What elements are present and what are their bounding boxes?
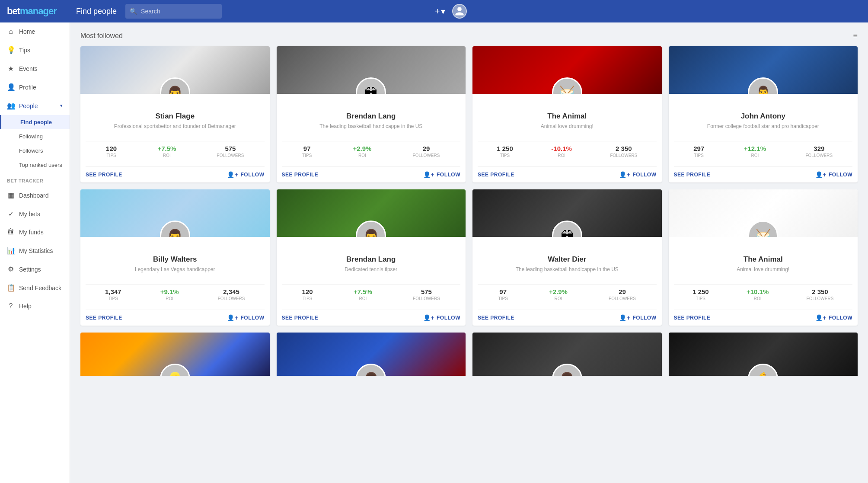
card-banner: 🥁	[669, 189, 858, 237]
avatar-wrap: 💪	[748, 364, 778, 376]
follow-button[interactable]: 👤+ FOLLOW	[815, 314, 852, 321]
see-profile-button[interactable]: SEE PROFILE	[282, 172, 319, 178]
follow-label: FOLLOW	[829, 315, 852, 321]
follow-icon: 👤+	[227, 171, 238, 178]
sidebar-item-my-statistics[interactable]: 📊 My Statistics	[0, 241, 70, 260]
card-avatar: 👱‍♀️	[160, 364, 190, 376]
card-desc: Dedicated tennis tipser	[282, 266, 461, 279]
card-actions: SEE PROFILE 👤+ FOLLOW	[674, 166, 853, 178]
sidebar-item-my-funds[interactable]: 🏛 My funds	[0, 223, 70, 241]
followers-label: FOLLOWERS	[609, 296, 636, 301]
stat-tips: 297 TIPS	[693, 145, 704, 158]
see-profile-button[interactable]: SEE PROFILE	[86, 172, 122, 178]
sidebar-sub-following[interactable]: Following	[0, 129, 70, 144]
user-card: 👨 Brendan Lang Dedicated tennis tipser 1…	[277, 189, 466, 326]
sidebar-item-profile[interactable]: 👤 Profile	[0, 78, 70, 96]
card-banner: 👨	[80, 189, 270, 237]
see-profile-button[interactable]: SEE PROFILE	[282, 315, 319, 321]
user-card: 👨	[277, 333, 466, 376]
sidebar-item-label: Settings	[19, 266, 41, 273]
followers-value: 575	[413, 288, 440, 295]
roi-label: ROI	[160, 296, 179, 301]
card-stats: 1,347 TIPS +9.1% ROI 2,345 FOLLOWERS	[86, 284, 265, 304]
sidebar-sub-top-ranked[interactable]: Top ranked users	[0, 158, 70, 172]
search-input[interactable]	[125, 4, 222, 19]
card-actions: SEE PROFILE 👤+ FOLLOW	[282, 310, 461, 321]
card-actions: SEE PROFILE 👤+ FOLLOW	[478, 310, 657, 321]
cards-row-1: 👨 Stian Flage Professional sportsbettor …	[80, 46, 858, 182]
follow-button[interactable]: 👤+ FOLLOW	[423, 314, 460, 321]
follow-icon: 👤+	[227, 314, 238, 321]
card-name: Billy Walters	[86, 255, 265, 264]
card-banner: 👨	[277, 189, 466, 237]
follow-label: FOLLOW	[437, 315, 460, 321]
sidebar-item-settings[interactable]: ⚙ Settings	[0, 260, 70, 278]
sidebar-item-events[interactable]: ★ Events	[0, 59, 70, 78]
user-card: 👱‍♀️	[80, 333, 270, 376]
see-profile-button[interactable]: SEE PROFILE	[86, 315, 122, 321]
card-stats: 297 TIPS +12.1% ROI 329 FOLLOWERS	[674, 141, 853, 161]
sidebar-item-home[interactable]: ⌂ Home	[0, 22, 70, 41]
sidebar-item-label: My bets	[19, 211, 40, 218]
sidebar-item-label: Help	[19, 303, 32, 310]
card-avatar: 👨	[356, 221, 386, 237]
card-name: Stian Flage	[86, 112, 265, 121]
followers-label: FOLLOWERS	[413, 296, 440, 301]
roi-label: ROI	[747, 296, 769, 301]
follow-button[interactable]: 👤+ FOLLOW	[815, 171, 852, 178]
roi-label: ROI	[354, 296, 372, 301]
logo-manager: manager	[20, 6, 57, 16]
sidebar-sub-find-people[interactable]: Find people	[0, 115, 70, 129]
tips-label: TIPS	[498, 296, 508, 301]
followers-value: 2,345	[218, 288, 245, 295]
stat-roi: +10.1% ROI	[747, 288, 769, 301]
follow-label: FOLLOW	[633, 315, 657, 321]
avatar[interactable]	[452, 4, 467, 19]
card-avatar: 🕶	[356, 77, 386, 94]
card-body: The Animal Animal love drumming! 1 250 T…	[472, 94, 662, 182]
stat-tips: 97 TIPS	[302, 145, 312, 158]
user-card: 🕶 Brendan Lang The leading basketball ha…	[277, 46, 466, 182]
sidebar-item-help[interactable]: ? Help	[0, 297, 70, 315]
cards-row-2: 👨 Billy Walters Legendary Las Vegas hand…	[80, 189, 858, 326]
stat-roi: +7.5% ROI	[157, 145, 176, 158]
search-icon: 🔍	[130, 8, 137, 15]
dashboard-icon: ▦	[7, 191, 15, 199]
tips-value: 1,347	[105, 288, 121, 295]
see-profile-button[interactable]: SEE PROFILE	[674, 315, 711, 321]
see-profile-button[interactable]: SEE PROFILE	[674, 172, 711, 178]
follow-button[interactable]: 👤+ FOLLOW	[227, 314, 264, 321]
sidebar-sub-followers[interactable]: Followers	[0, 144, 70, 158]
sidebar-item-label: Dashboard	[19, 192, 49, 199]
sidebar-item-my-bets[interactable]: ✓ My bets	[0, 205, 70, 223]
stat-followers: 329 FOLLOWERS	[805, 145, 833, 158]
sidebar-item-label: People	[19, 102, 38, 109]
follow-button[interactable]: 👤+ FOLLOW	[227, 171, 264, 178]
user-card: 👨 Stian Flage Professional sportsbettor …	[80, 46, 270, 182]
roi-label: ROI	[744, 153, 766, 158]
follow-icon: 👤+	[423, 314, 434, 321]
card-desc: Former college football star and pro han…	[674, 123, 853, 136]
stat-tips: 1 250 TIPS	[497, 145, 513, 158]
roi-value: +9.1%	[160, 288, 179, 295]
follow-button[interactable]: 👤+ FOLLOW	[423, 171, 460, 178]
see-profile-button[interactable]: SEE PROFILE	[478, 172, 514, 178]
user-card: 🕶 Walter Dier The leading basketball han…	[472, 189, 662, 326]
avatar-wrap: 👨	[356, 364, 386, 376]
followers-value: 575	[217, 145, 244, 152]
avatar-wrap: 👱‍♀️	[160, 364, 190, 376]
sidebar-item-dashboard[interactable]: ▦ Dashboard	[0, 186, 70, 205]
sidebar-item-tips[interactable]: 💡 Tips	[0, 41, 70, 59]
grid-icon[interactable]: ≡	[853, 31, 858, 40]
follow-button[interactable]: 👤+ FOLLOW	[619, 314, 656, 321]
card-name: John Antony	[674, 112, 853, 121]
sidebar-item-people[interactable]: 👥 People ▾	[0, 96, 70, 115]
card-banner: 👨‍💼	[669, 46, 858, 94]
cards-row-3: 👱‍♀️ 👨 👨	[80, 333, 858, 376]
see-profile-button[interactable]: SEE PROFILE	[478, 315, 514, 321]
follow-icon: 👤+	[815, 314, 827, 321]
follow-button[interactable]: 👤+ FOLLOW	[619, 171, 656, 178]
card-name: The Animal	[478, 112, 657, 121]
sidebar-item-send-feedback[interactable]: 📋 Send Feedback	[0, 278, 70, 297]
add-button[interactable]: +▾	[435, 6, 445, 16]
